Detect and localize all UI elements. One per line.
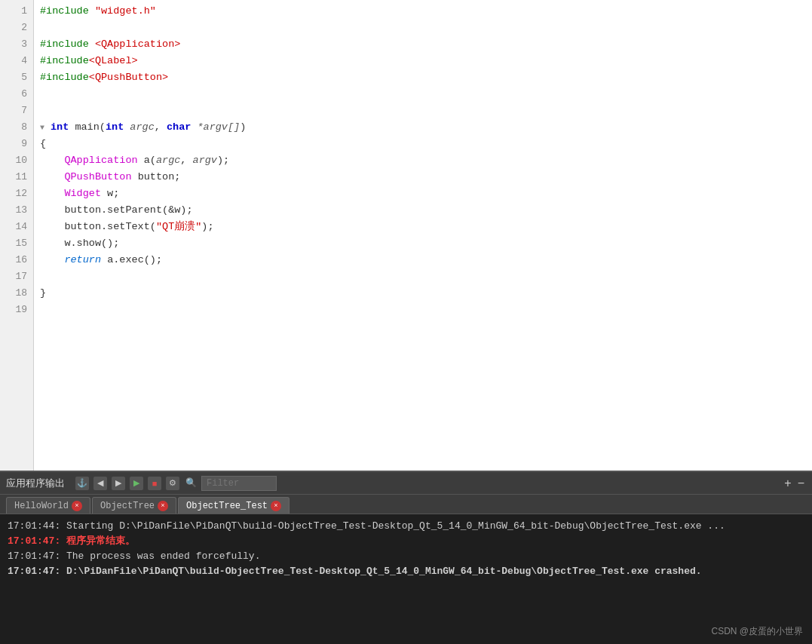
code-line-6 [40, 86, 812, 103]
toolbar-btn-stop[interactable]: ■ [148, 477, 161, 490]
output-panel: 应用程序输出 ⚓ ◀ ▶ ▶ ■ ⚙ 🔍 + − HelloWorld×Obje… [0, 471, 812, 644]
code-line-5: #include<QPushButton> [40, 69, 812, 86]
line-number-17: 17 [0, 268, 27, 285]
toolbar-btn-run[interactable]: ▶ [130, 477, 143, 490]
code-line-18: } [40, 285, 812, 302]
toolbar-btn-settings[interactable]: ⚙ [166, 477, 179, 490]
line-number-6: 6 [0, 86, 27, 103]
output-title: 应用程序输出 [6, 477, 65, 490]
code-line-1: #include "widget.h" [40, 3, 812, 20]
tab-label: HelloWorld [14, 501, 69, 511]
code-line-2 [40, 20, 812, 36]
tab-objecttree[interactable]: ObjectTree× [92, 497, 176, 514]
code-line-19 [40, 302, 812, 318]
line-number-2: 2 [0, 20, 27, 36]
plus-button[interactable]: + [783, 477, 792, 489]
code-editor: 12345678910111213141516171819 #include "… [0, 0, 812, 471]
tab-label: ObjectTree [100, 501, 155, 511]
output-line: 17:01:47: 程序异常结束。 [8, 534, 804, 549]
line-number-14: 14 [0, 219, 27, 235]
code-line-13: button.setParent(&w); [40, 202, 812, 219]
watermark: CSDN @皮蛋的小世界 [711, 625, 803, 638]
line-number-5: 5 [0, 69, 27, 86]
output-toolbar: 应用程序输出 ⚓ ◀ ▶ ▶ ■ ⚙ 🔍 + − [0, 472, 812, 495]
output-content[interactable]: 17:01:44: Starting D:\PiDanFile\PiDanQT\… [0, 514, 812, 644]
line-number-13: 13 [0, 202, 27, 219]
code-line-4: #include<QLabel> [40, 53, 812, 69]
code-line-16: return a.exec(); [40, 252, 812, 268]
line-number-19: 19 [0, 302, 27, 318]
line-number-9: 9 [0, 136, 27, 152]
code-line-9: { [40, 136, 812, 152]
minus-button[interactable]: − [796, 477, 806, 489]
tabs-bar: HelloWorld×ObjectTree×ObjectTree_Test× [0, 495, 812, 514]
toolbar-btn-next[interactable]: ▶ [112, 477, 125, 490]
line-number-7: 7 [0, 103, 27, 119]
line-number-18: 18 [0, 285, 27, 302]
code-lines[interactable]: #include "widget.h"#include <QApplicatio… [34, 0, 812, 471]
line-number-8: 8 [0, 119, 27, 136]
line-numbers: 12345678910111213141516171819 [0, 0, 34, 471]
tab-label: ObjectTree_Test [186, 501, 268, 511]
code-line-14: button.setText("QT崩溃"); [40, 219, 812, 235]
line-number-11: 11 [0, 169, 27, 186]
code-line-8: ▼ int main(int argc, char *argv[]) [40, 119, 812, 136]
code-line-15: w.show(); [40, 235, 812, 252]
line-number-10: 10 [0, 152, 27, 169]
tab-objecttree_test[interactable]: ObjectTree_Test× [178, 497, 290, 514]
toolbar-btn-prev[interactable]: ◀ [93, 477, 107, 490]
line-number-15: 15 [0, 235, 27, 252]
line-number-12: 12 [0, 186, 27, 202]
filter-input[interactable] [201, 476, 277, 491]
tab-close-btn[interactable]: × [158, 501, 168, 511]
line-number-16: 16 [0, 252, 27, 268]
plus-minus-controls: + − [783, 477, 806, 489]
output-line: 17:01:47: D:\PiDanFile\PiDanQT\build-Obj… [8, 564, 804, 579]
output-line: 17:01:47: The process was ended forceful… [8, 549, 804, 564]
code-line-10: QApplication a(argc, argv); [40, 152, 812, 169]
line-number-4: 4 [0, 53, 27, 69]
fold-arrow-8[interactable]: ▼ [40, 124, 49, 132]
code-line-11: QPushButton button; [40, 169, 812, 186]
code-line-17 [40, 268, 812, 285]
code-line-12: Widget w; [40, 186, 812, 202]
tab-close-btn[interactable]: × [72, 501, 82, 511]
tab-helloworld[interactable]: HelloWorld× [6, 497, 90, 514]
output-line: 17:01:44: Starting D:\PiDanFile\PiDanQT\… [8, 519, 804, 534]
code-line-3: #include <QApplication> [40, 36, 812, 53]
tab-close-btn[interactable]: × [271, 501, 281, 511]
toolbar-btn-attach[interactable]: ⚓ [75, 477, 89, 490]
line-number-3: 3 [0, 36, 27, 53]
line-number-1: 1 [0, 3, 27, 20]
code-line-7 [40, 103, 812, 119]
